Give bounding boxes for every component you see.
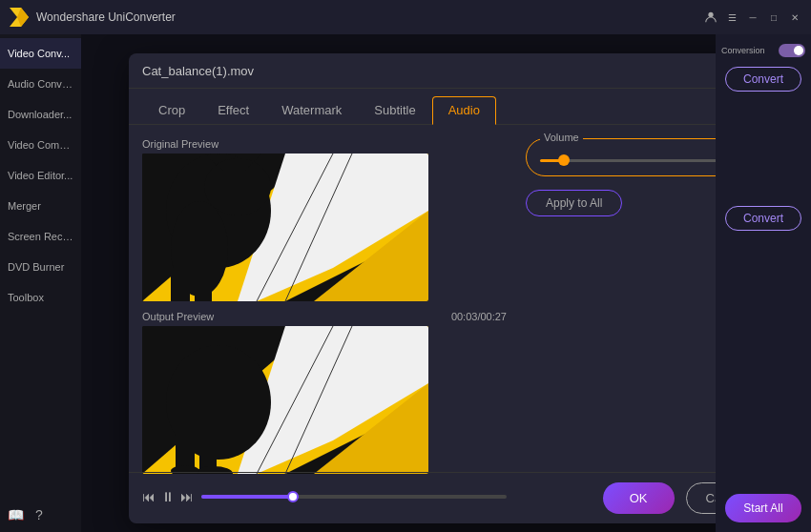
output-preview-section: Output Preview 00:03/00:27 <box>142 311 507 474</box>
ok-button[interactable]: OK <box>603 482 675 514</box>
output-video-preview <box>142 326 428 474</box>
convert-button-1[interactable]: Convert <box>725 67 801 92</box>
sidebar-item-merger[interactable]: Merger <box>0 191 81 221</box>
svg-rect-12 <box>171 268 190 301</box>
volume-label: Volume <box>540 132 583 143</box>
title-bar: Wondershare UniConverter ☰ ─ □ ✕ <box>0 0 811 34</box>
output-preview-label: Output Preview <box>142 311 214 322</box>
sidebar-item-toolbox[interactable]: Toolbox <box>0 282 81 313</box>
volume-box: Volume 0 <box>526 138 716 176</box>
book-icon[interactable]: 📖 <box>8 507 24 522</box>
minimize-button[interactable]: ─ <box>746 10 759 24</box>
profile-button[interactable] <box>704 10 717 24</box>
app-title: Wondershare UniConverter <box>36 10 697 24</box>
tab-audio[interactable]: Audio <box>432 96 496 125</box>
app-logo-icon <box>10 8 29 27</box>
start-all-button[interactable]: Start All <box>725 494 801 522</box>
sidebar-item-dvd-burner[interactable]: DVD Burner <box>0 252 81 282</box>
sidebar-item-video-convert[interactable]: Video Conv... <box>0 38 81 69</box>
controls-column: Volume 0 Apply to All <box>526 138 716 510</box>
tab-watermark[interactable]: Watermark <box>265 96 358 124</box>
sidebar-bottom: 📖 ? <box>0 498 81 532</box>
tab-subtitle[interactable]: Subtitle <box>358 96 431 124</box>
sidebar-item-screen-record[interactable]: Screen Reco... <box>0 221 81 252</box>
cancel-button[interactable]: Cancel <box>686 482 716 514</box>
sidebar-item-video-compress[interactable]: Video Comp... <box>0 130 81 160</box>
svg-rect-13 <box>195 277 212 301</box>
apply-to-all-button[interactable]: Apply to All <box>526 190 622 216</box>
dialog-filename: Cat_balance(1).mov <box>142 64 716 78</box>
svg-point-2 <box>708 12 713 17</box>
conversion-label: Conversion <box>721 46 765 55</box>
help-icon[interactable]: ? <box>35 507 43 522</box>
sidebar-item-video-editor[interactable]: Video Editor... <box>0 160 81 191</box>
sidebar: Video Conv... Audio Conve... Downloader.… <box>0 34 81 532</box>
volume-slider[interactable] <box>540 159 716 162</box>
right-panel: Conversion Convert Convert Start All <box>716 34 811 532</box>
content-area: Cat_balance(1).mov ✕ Crop Effect Waterma… <box>81 34 716 532</box>
original-preview-label: Original Preview <box>142 138 507 150</box>
dialog-overlay: Cat_balance(1).mov ✕ Crop Effect Waterma… <box>81 34 716 532</box>
dialog-title-bar: Cat_balance(1).mov ✕ <box>129 53 716 89</box>
preview-column: Original Preview <box>142 138 507 510</box>
dialog: Cat_balance(1).mov ✕ Crop Effect Waterma… <box>129 53 716 523</box>
original-video-preview <box>142 153 428 301</box>
sidebar-item-audio-convert[interactable]: Audio Conve... <box>0 69 81 99</box>
volume-slider-row: 0 <box>540 154 716 166</box>
convert-button-2[interactable]: Convert <box>725 206 801 231</box>
menu-button[interactable]: ☰ <box>725 10 738 24</box>
conversion-toggle-row: Conversion <box>716 44 811 57</box>
toggle-knob <box>794 46 803 55</box>
svg-point-14 <box>204 158 271 215</box>
close-button[interactable]: ✕ <box>788 10 801 24</box>
conversion-toggle[interactable] <box>779 44 805 57</box>
dialog-tabs: Crop Effect Watermark Subtitle Audio <box>129 89 716 125</box>
window-controls: ☰ ─ □ ✕ <box>704 10 801 24</box>
maximize-button[interactable]: □ <box>767 10 780 24</box>
dialog-footer: OK Cancel <box>129 472 716 523</box>
sidebar-item-downloader[interactable]: Downloader... <box>0 99 81 130</box>
timestamp: 00:03/00:27 <box>451 311 507 322</box>
tab-crop[interactable]: Crop <box>142 96 201 124</box>
original-preview-section: Original Preview <box>142 138 507 301</box>
dialog-body: Original Preview <box>129 125 716 523</box>
tab-effect[interactable]: Effect <box>201 96 265 124</box>
